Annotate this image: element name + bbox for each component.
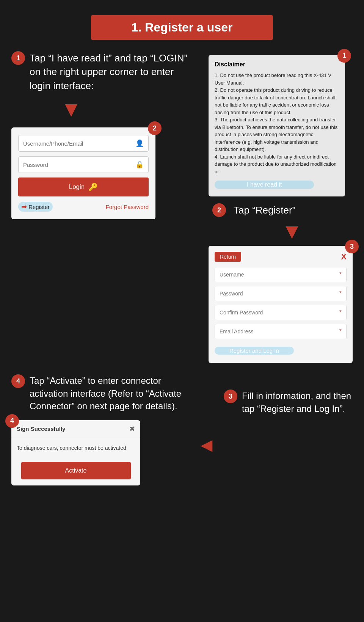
- login-label: Login: [69, 183, 85, 191]
- close-button[interactable]: X: [341, 252, 347, 262]
- step1-badge: 1: [11, 51, 25, 65]
- reg-confirm-row[interactable]: *: [215, 305, 347, 320]
- user-icon: 👤: [135, 139, 144, 148]
- reg-username-row[interactable]: *: [215, 267, 347, 282]
- sign-success-badge: 4: [5, 414, 19, 428]
- reg-confirm-input[interactable]: [220, 309, 339, 316]
- username-required: *: [339, 271, 342, 278]
- step4-container: 4 Tap “Activate” to enter connector acti…: [11, 374, 189, 485]
- reg-email-input[interactable]: [220, 328, 339, 335]
- register-log-in-button[interactable]: Register and Log In: [215, 347, 294, 355]
- register-link[interactable]: ➡ Register: [18, 202, 53, 212]
- step1-container: 1 Tap “I have read it” and tap “LOGIN” o…: [11, 51, 197, 93]
- disclaimer-badge: 1: [337, 49, 351, 63]
- forgot-password-link[interactable]: Forgot Password: [106, 204, 149, 210]
- page-title: 1. Register a user: [102, 20, 262, 35]
- sign-success-box: 4 Sign Successfully ✖ To diagnose cars, …: [11, 420, 140, 485]
- register-box-badge: 3: [345, 240, 359, 253]
- arrow-left-1: ►: [197, 434, 216, 456]
- arrow-right-icon: ➡: [21, 203, 27, 210]
- i-have-read-it-button[interactable]: I have read it: [215, 181, 314, 189]
- arrow-down-1: ▼: [61, 99, 82, 120]
- key-icon: 🔑: [88, 182, 98, 192]
- password-input-row[interactable]: 🔒: [18, 156, 149, 173]
- disclaimer-box: 1 Disclaimer 1. Do not use the product b…: [209, 55, 345, 196]
- register-top-bar: Return X: [215, 252, 347, 262]
- confirm-required: *: [339, 309, 342, 316]
- step1-text: Tap “I have read it” and tap “LOGIN” on …: [30, 51, 197, 93]
- sign-success-title: Sign Successfully: [17, 426, 65, 432]
- step3-desc-badge: 3: [224, 390, 237, 403]
- tap-register-label: Tap “Register”: [234, 204, 295, 216]
- step3-desc-container: 3 Fill in information, and then tap “Reg…: [224, 374, 353, 415]
- reg-username-input[interactable]: [220, 272, 339, 278]
- step4-text-row: 4 Tap “Activate” to enter connector acti…: [11, 374, 189, 413]
- return-button[interactable]: Return: [215, 252, 241, 262]
- username-input-row[interactable]: 👤: [18, 135, 149, 152]
- login-box-badge: 2: [148, 121, 162, 135]
- sign-success-body: To diagnose cars, connector must be acti…: [11, 438, 140, 458]
- reg-password-input[interactable]: [220, 291, 339, 297]
- reg-email-row[interactable]: *: [215, 324, 347, 339]
- password-input[interactable]: [23, 162, 135, 168]
- login-links: ➡ Register Forgot Password: [18, 202, 149, 212]
- disclaimer-title: Disclaimer: [215, 61, 339, 68]
- sign-header: Sign Successfully ✖: [11, 420, 140, 438]
- login-box: 2 👤 🔒 Login 🔑 ➡ Register Forgot Password: [11, 127, 155, 219]
- disclaimer-body: 1. Do not use the product before reading…: [215, 72, 339, 175]
- password-required: *: [339, 290, 342, 297]
- sign-close-button[interactable]: ✖: [129, 425, 135, 433]
- reg-password-row[interactable]: *: [215, 286, 347, 301]
- login-button[interactable]: Login 🔑: [18, 177, 149, 196]
- username-input[interactable]: [23, 140, 135, 147]
- page-title-bar: 1. Register a user: [91, 15, 273, 40]
- step3-desc-text: Fill in information, and then tap “Regis…: [242, 390, 353, 415]
- activate-button[interactable]: Activate: [21, 462, 131, 479]
- step4-text: Tap “Activate” to enter connector activa…: [30, 374, 189, 413]
- step4-badge: 4: [11, 374, 25, 388]
- arrow-down-2: ▼: [231, 221, 353, 242]
- step2-badge: 2: [212, 203, 226, 217]
- register-box: 3 Return X * * * * Register and Log In: [209, 246, 353, 363]
- register-label: Register: [28, 204, 50, 210]
- lock-icon: 🔒: [135, 160, 144, 169]
- email-required: *: [339, 328, 342, 335]
- step3-text-row: 3 Fill in information, and then tap “Reg…: [224, 390, 353, 415]
